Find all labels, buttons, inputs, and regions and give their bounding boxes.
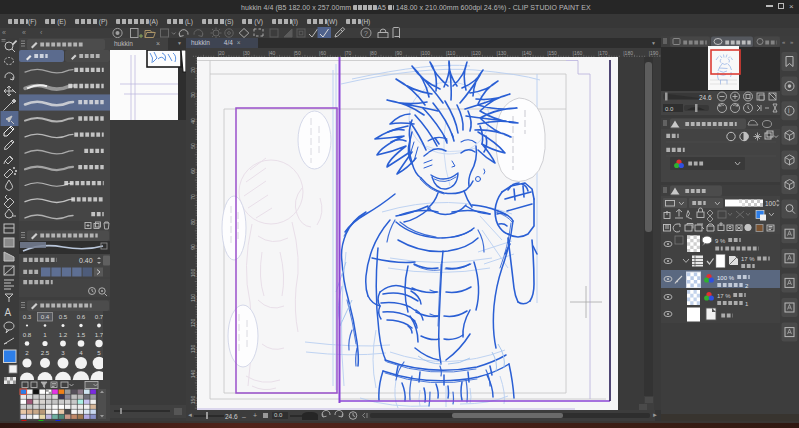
svg-text:?: ? (364, 29, 368, 38)
svg-text:«: « (782, 39, 786, 45)
svg-text:1.7: 1.7 (95, 331, 104, 338)
svg-text:2: 2 (25, 349, 29, 356)
svg-text:3: 3 (61, 349, 65, 356)
svg-text:»: » (790, 39, 794, 45)
svg-text:0.8: 0.8 (23, 331, 32, 338)
svg-text:A: A (5, 307, 12, 318)
svg-text:0.3: 0.3 (23, 313, 32, 320)
svg-text:100: 100 (765, 200, 776, 207)
svg-text:0.5: 0.5 (59, 313, 68, 320)
svg-text:100 %: 100 % (717, 275, 735, 281)
svg-text:24.6: 24.6 (699, 94, 712, 101)
svg-text:5: 5 (97, 349, 101, 356)
svg-text:0.4: 0.4 (41, 313, 50, 320)
svg-text:17 %: 17 % (717, 293, 731, 299)
svg-text:0.6: 0.6 (77, 313, 86, 320)
svg-text:1.5: 1.5 (77, 331, 86, 338)
svg-text:9 %: 9 % (715, 238, 726, 244)
svg-text:2.5: 2.5 (41, 349, 50, 356)
svg-text:0.7: 0.7 (95, 313, 104, 320)
svg-text:0.40: 0.40 (79, 257, 93, 264)
svg-text:17 %: 17 % (741, 256, 755, 262)
svg-text:4: 4 (79, 349, 83, 356)
svg-text:0.0: 0.0 (665, 106, 674, 112)
svg-text:1.2: 1.2 (59, 331, 68, 338)
svg-text:1: 1 (43, 331, 47, 338)
